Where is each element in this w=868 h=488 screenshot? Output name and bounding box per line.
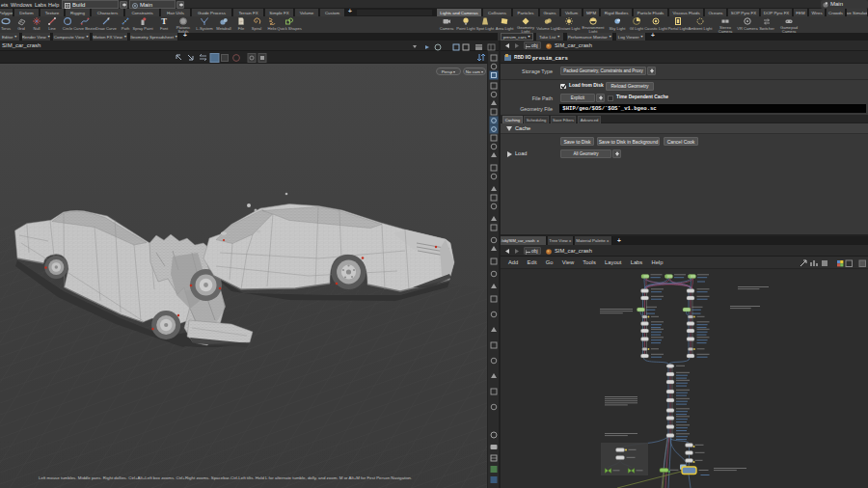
svg-text:T: T xyxy=(161,16,167,26)
